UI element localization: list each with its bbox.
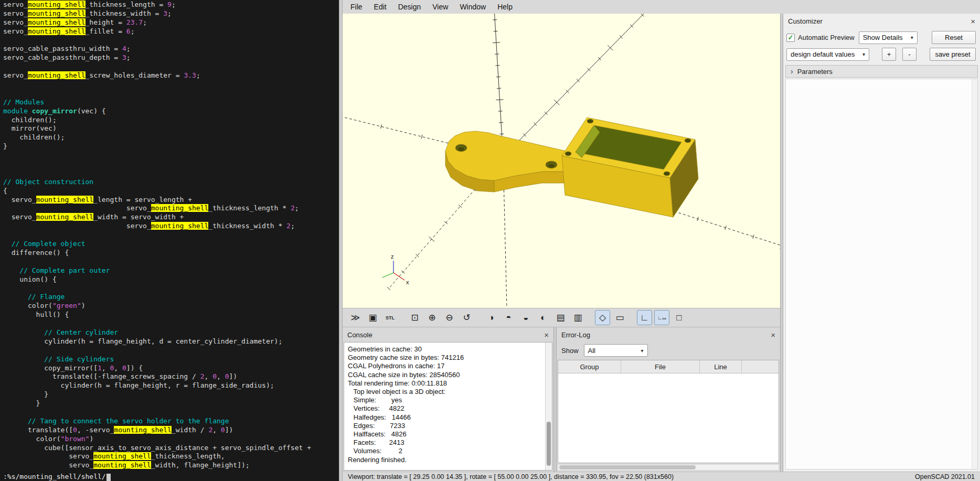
menu-file[interactable]: File bbox=[345, 0, 368, 14]
code-line: servo_mounting_shell_thickness_length, bbox=[3, 452, 338, 461]
console-scrollbar[interactable] bbox=[545, 343, 552, 470]
export-stl-button[interactable]: STL bbox=[382, 310, 398, 325]
code-line: // Modules bbox=[3, 98, 338, 107]
code-line: children(); bbox=[3, 116, 338, 125]
show-details-select[interactable]: Show Details ▾ bbox=[859, 31, 918, 44]
menu-edit[interactable]: Edit bbox=[368, 0, 392, 14]
code-line: // Object construction bbox=[3, 178, 338, 187]
add-preset-label: + bbox=[887, 50, 891, 58]
view-orthogonal-button[interactable]: ▭ bbox=[612, 310, 627, 325]
add-preset-button[interactable]: + bbox=[882, 48, 896, 61]
zoom-all-button[interactable]: ⊡ bbox=[407, 310, 422, 325]
console-line: Rendering finished. bbox=[348, 456, 545, 464]
automatic-preview-checkbox[interactable]: ✓ bbox=[786, 34, 795, 42]
errorlog-hscrollbar-thumb[interactable] bbox=[559, 465, 696, 469]
editor-splitter[interactable] bbox=[339, 0, 343, 481]
editor-pane[interactable]: servo_mounting_shell_thickness_length = … bbox=[0, 0, 339, 481]
vim-command-line[interactable]: :%s/mounting_shell/shell/ bbox=[0, 472, 339, 481]
vim-command-text: :%s/mounting_shell/shell/ bbox=[3, 473, 106, 480]
menu-design[interactable]: Design bbox=[392, 0, 427, 14]
view-perspective-button[interactable]: ◇ bbox=[595, 310, 610, 325]
viewport-3d[interactable]: z x bbox=[343, 14, 780, 308]
code-line bbox=[3, 319, 338, 328]
reset-button-label: Reset bbox=[945, 34, 963, 41]
code-line: servo_mounting_shell_height = 23.7; bbox=[3, 18, 338, 27]
code-line: union() { bbox=[3, 275, 338, 284]
code-line bbox=[3, 151, 338, 160]
view-left-button[interactable]: ◐ bbox=[536, 310, 551, 325]
code-line: servo_mounting_shell_fillet = 6; bbox=[3, 27, 338, 36]
save-preset-button[interactable]: save preset bbox=[930, 48, 976, 61]
code-line: mirror(vec) bbox=[3, 124, 338, 133]
code-line: cylinder(h = flange_height, d = center_c… bbox=[3, 337, 338, 346]
view-back-button[interactable]: ▥ bbox=[570, 310, 585, 325]
preview-button[interactable]: ≫ bbox=[348, 310, 363, 325]
view-front-button[interactable]: ▤ bbox=[553, 310, 568, 325]
errorlog-panel: Error-Log × Show All ▾ GroupFileLine bbox=[557, 327, 780, 472]
errorlog-filter-select[interactable]: All ▾ bbox=[584, 344, 648, 357]
errorlog-col-group[interactable]: Group bbox=[558, 360, 621, 373]
console-line: Volumes: 2 bbox=[348, 447, 545, 455]
flange-hole-inner bbox=[457, 147, 465, 152]
editor-code[interactable]: servo_mounting_shell_thickness_length = … bbox=[3, 1, 338, 472]
customizer-row-preset: design default values ▾ + - save preset bbox=[786, 47, 976, 61]
preset-select[interactable]: design default values ▾ bbox=[786, 48, 869, 61]
errorlog-hscrollbar[interactable] bbox=[558, 464, 779, 471]
console-title: Console bbox=[347, 331, 372, 339]
console-line: Total rendering time: 0:00:11.818 bbox=[348, 379, 545, 388]
code-line: // Flange bbox=[3, 293, 338, 302]
show-axes-button[interactable]: ∟ bbox=[637, 310, 652, 325]
console-line: Halfedges: 14466 bbox=[348, 413, 545, 422]
code-line: servo_cable_passthru_width = 4; bbox=[3, 45, 338, 54]
code-line bbox=[3, 80, 338, 89]
customizer-scrollbar[interactable] bbox=[972, 79, 977, 469]
render-button[interactable]: ▣ bbox=[365, 310, 380, 325]
code-line bbox=[3, 346, 338, 355]
errorlog-col-line[interactable]: Line bbox=[700, 360, 742, 373]
code-line bbox=[3, 62, 338, 71]
code-line: } bbox=[3, 399, 338, 408]
console-line: Top level object is a 3D object: bbox=[348, 388, 545, 396]
menu-help[interactable]: Help bbox=[492, 0, 518, 14]
save-preset-label: save preset bbox=[935, 50, 970, 58]
errorlog-col-file[interactable]: File bbox=[621, 360, 700, 373]
code-line: servo_cable_passthru_depth = 3; bbox=[3, 54, 338, 62]
show-scale-markers-button[interactable]: ∟₁₀ bbox=[654, 310, 669, 325]
view-bottom-button[interactable]: ◒ bbox=[518, 310, 534, 325]
parameters-section-header[interactable]: › Parameters bbox=[785, 65, 978, 78]
customizer-title: Customizer bbox=[788, 17, 823, 25]
show-crosshair-button[interactable]: □ bbox=[672, 310, 687, 325]
errorlog-header-row: GroupFileLine bbox=[558, 360, 779, 373]
tang-hole-inner bbox=[548, 164, 555, 168]
zoom-in-button[interactable]: ⊕ bbox=[424, 310, 440, 325]
menu-view[interactable]: View bbox=[427, 0, 454, 14]
zoom-out-button[interactable]: ⊖ bbox=[442, 310, 457, 325]
code-line: servo_mounting_shell_thickness_length = … bbox=[3, 1, 338, 9]
view-top-button[interactable]: ◓ bbox=[501, 310, 516, 325]
reset-button[interactable]: Reset bbox=[932, 31, 976, 44]
code-line: translate([0, -servo_mounting_shell_widt… bbox=[3, 426, 338, 435]
remove-preset-button[interactable]: - bbox=[902, 48, 917, 61]
menu-window[interactable]: Window bbox=[454, 0, 492, 14]
viewport-status-text: Viewport: translate = [ 29.25 0.00 14.35… bbox=[348, 473, 674, 480]
code-line: color("brown") bbox=[3, 435, 338, 444]
customizer-panel: Customizer × ✓ Automatic Preview Show De… bbox=[783, 14, 980, 472]
view-right-button[interactable]: ◑ bbox=[484, 310, 499, 325]
code-line bbox=[3, 284, 338, 293]
console-output[interactable]: Geometries in cache: 30Geometry cache si… bbox=[344, 342, 552, 471]
code-line: children(); bbox=[3, 133, 338, 142]
customizer-close-icon[interactable]: × bbox=[971, 17, 975, 25]
code-line bbox=[3, 231, 338, 240]
console-close-icon[interactable]: × bbox=[544, 331, 549, 339]
remove-preset-label: - bbox=[908, 50, 910, 58]
code-line: // Center cylinder bbox=[3, 328, 338, 337]
console-scrollbar-thumb[interactable] bbox=[547, 422, 551, 466]
parameters-label: Parameters bbox=[797, 68, 833, 76]
errorlog-filter-value: All bbox=[588, 347, 595, 355]
reset-view-button[interactable]: ↺ bbox=[459, 310, 474, 325]
errorlog-table: GroupFileLine bbox=[558, 360, 779, 463]
code-line: servo_mounting_shell_thickness_length * … bbox=[3, 204, 338, 213]
code-line bbox=[3, 36, 338, 45]
code-line: difference() { bbox=[3, 249, 338, 258]
errorlog-close-icon[interactable]: × bbox=[771, 331, 775, 339]
